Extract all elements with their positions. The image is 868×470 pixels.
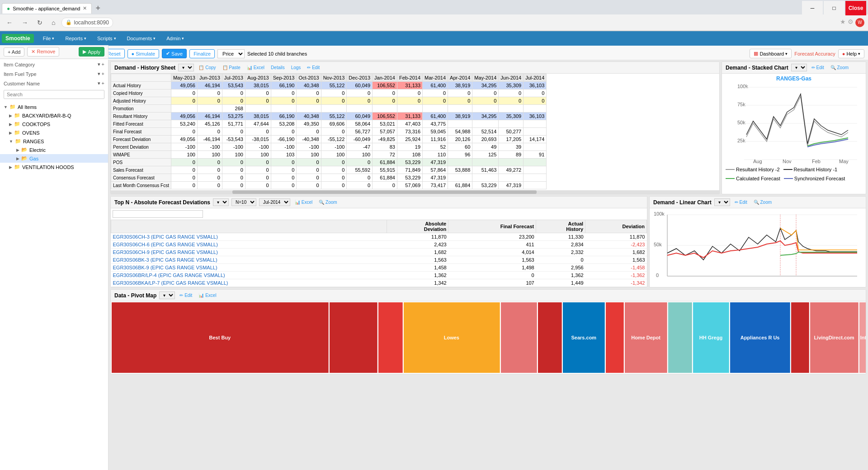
history-cell[interactable]: 0	[245, 89, 271, 97]
menu-reports[interactable]: Reports▾	[60, 33, 92, 43]
history-cell[interactable]	[321, 105, 347, 113]
history-cell[interactable]: 51,463	[472, 166, 499, 174]
history-cell[interactable]: 0	[472, 89, 499, 97]
history-cell[interactable]: 57,069	[397, 182, 422, 189]
history-cell[interactable]: 0	[245, 159, 271, 166]
history-cell[interactable]: 0	[373, 97, 397, 105]
history-cell[interactable]: 38,015	[245, 82, 271, 89]
history-cell[interactable]	[499, 120, 524, 128]
dev-row-label[interactable]: EGR30S06BK-9 (EPIC GAS RANGE VSMALL)	[111, 264, 387, 272]
history-cell[interactable]: -47	[347, 143, 373, 151]
tree-cooktops[interactable]: ▶ 📁 COOKTOPS	[0, 120, 108, 128]
history-cell[interactable]: 0	[197, 97, 222, 105]
help-btn[interactable]: ● Help ▾	[838, 49, 864, 58]
history-cell[interactable]: 31,133	[397, 113, 422, 120]
tree-ranges[interactable]: ▼ 📁 RANGES	[0, 137, 108, 146]
history-cell[interactable]: 0	[297, 97, 321, 105]
dev-row-label[interactable]: EGR30S06CH-9 (EPIC GAS RANGE VSMALL)	[111, 249, 387, 256]
pivot-edit-btn[interactable]: ✏ Edit	[178, 292, 194, 298]
history-cell[interactable]: 58,064	[347, 120, 373, 128]
history-cell[interactable]: 96	[448, 151, 472, 159]
history-cell[interactable]: 47,403	[397, 120, 422, 128]
history-cell[interactable]: 0	[448, 89, 472, 97]
stacked-zoom-btn[interactable]: 🔍 Zoom	[829, 65, 850, 70]
history-cell[interactable]: -49,825	[373, 136, 397, 143]
dev-row-label[interactable]: EGR30S06BR/LP-4 (EPIC GAS RANGE VSMALL)	[111, 272, 387, 279]
history-cell[interactable]: 106,552	[373, 113, 397, 120]
history-cell[interactable]: 0	[222, 128, 245, 136]
history-cell[interactable]: 0	[297, 89, 321, 97]
pivot-segment[interactable]	[378, 302, 402, 373]
menu-scripts[interactable]: Scripts▾	[92, 33, 122, 43]
history-cell[interactable]: 31,133	[397, 82, 422, 89]
history-cell[interactable]: 49,056	[171, 82, 197, 89]
history-cell[interactable]: 49,056	[171, 113, 197, 120]
simulate-btn[interactable]: ● Simulate	[127, 49, 159, 58]
tab-close-btn[interactable]: ✕	[83, 5, 87, 11]
pivot-excel-btn[interactable]: 📊 Excel	[197, 292, 218, 298]
linear-chart-select[interactable]: ▾	[714, 198, 730, 206]
history-cell[interactable]: 103	[271, 151, 297, 159]
history-cell[interactable]: 47,644	[245, 120, 271, 128]
history-cell[interactable]	[472, 105, 499, 113]
history-cell[interactable]: 0	[171, 182, 197, 189]
history-cell[interactable]: 0	[222, 166, 245, 174]
history-cell[interactable]: 56,727	[347, 128, 373, 136]
history-cell[interactable]: 0	[321, 128, 347, 136]
history-cell[interactable]: 0	[222, 182, 245, 189]
history-cell[interactable]: 40,348	[297, 113, 321, 120]
history-cell[interactable]: -100	[271, 143, 297, 151]
history-cell[interactable]: 53,275	[222, 113, 245, 120]
history-cell[interactable]: 57,057	[373, 128, 397, 136]
history-cell[interactable]: 55,122	[321, 113, 347, 120]
apply-btn[interactable]: ▶ Apply	[79, 47, 104, 56]
history-cell[interactable]: 83	[373, 143, 397, 151]
history-cell[interactable]: -46,194	[197, 136, 222, 143]
history-cell[interactable]	[524, 182, 547, 189]
history-cell[interactable]: 25,924	[397, 136, 422, 143]
pivot-segment[interactable]	[791, 302, 809, 373]
history-cell[interactable]: 89	[499, 151, 524, 159]
history-cell[interactable]: 100	[245, 151, 271, 159]
history-cell[interactable]: 39	[499, 143, 524, 151]
history-cell[interactable]: 11,916	[423, 136, 448, 143]
history-cell[interactable]: 0	[321, 159, 347, 166]
pivot-segment[interactable]	[538, 302, 562, 373]
history-cell[interactable]: 14,174	[524, 136, 547, 143]
history-cell[interactable]: 0	[448, 97, 472, 105]
history-cell[interactable]	[524, 174, 547, 182]
history-cell[interactable]: 73,417	[423, 182, 448, 189]
history-cell[interactable]: 52,514	[472, 128, 499, 136]
history-cell[interactable]: 19	[397, 143, 422, 151]
history-cell[interactable]	[472, 174, 499, 182]
history-cell[interactable]: 49,056	[171, 136, 197, 143]
dev-row-label[interactable]: EGR30S06CH-3 (EPIC GAS RANGE VSMALL)	[111, 233, 387, 241]
history-cell[interactable]	[448, 120, 472, 128]
history-cell[interactable]: 53,021	[373, 120, 397, 128]
history-cell[interactable]: 38,015	[245, 113, 271, 120]
history-cell[interactable]: 40,348	[297, 82, 321, 89]
history-cell[interactable]: 0	[499, 97, 524, 105]
history-cell[interactable]: 38,919	[448, 113, 472, 120]
pivot-segment[interactable]: LivingDirect.com	[810, 302, 859, 373]
finalize-btn[interactable]: Finalize	[189, 49, 215, 58]
dev-row-label[interactable]: EGR30S06BKA/LP-7 (EPIC GAS RANGE VSMALL)	[111, 279, 387, 287]
back-btn[interactable]: ←	[4, 18, 15, 27]
history-cell[interactable]: 55,915	[373, 166, 397, 174]
history-cell[interactable]: 268	[222, 105, 245, 113]
history-cell[interactable]: 20,126	[448, 136, 472, 143]
history-excel-btn[interactable]: 📊 Excel	[245, 65, 266, 70]
history-cell[interactable]: -60,049	[347, 136, 373, 143]
top-dev-zoom-btn[interactable]: 🔍 Zoom	[317, 199, 339, 205]
history-cell[interactable]: 0	[222, 159, 245, 166]
sidebar-item-fuel[interactable]: Item Fuel Type ▾ +	[0, 69, 108, 79]
pivot-segment[interactable]: Best Buy	[112, 302, 329, 373]
sidebar-item-category[interactable]: Item Category ▾ +	[0, 60, 108, 69]
history-details-btn[interactable]: Details	[269, 65, 287, 70]
tree-electric[interactable]: ▶ 📂 Electric	[0, 146, 108, 154]
history-cell[interactable]: 0	[222, 89, 245, 97]
stacked-edit-btn[interactable]: ✏ Edit	[810, 65, 826, 70]
linear-zoom-btn[interactable]: 🔍 Zoom	[752, 199, 774, 205]
history-cell[interactable]: 0	[171, 128, 197, 136]
history-cell[interactable]	[347, 105, 373, 113]
